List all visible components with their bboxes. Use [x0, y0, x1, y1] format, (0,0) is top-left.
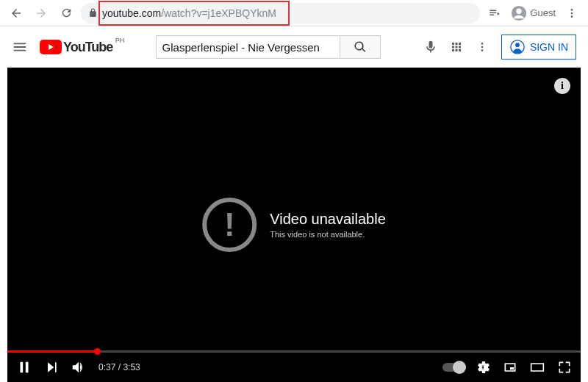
autoplay-toggle[interactable]	[442, 363, 465, 372]
sign-in-label: SIGN IN	[530, 41, 568, 53]
miniplayer-icon[interactable]	[503, 360, 517, 375]
warning-icon: !	[202, 198, 257, 252]
fullscreen-icon[interactable]	[557, 360, 572, 375]
search-icon	[354, 40, 367, 54]
info-icon[interactable]: i	[554, 78, 570, 94]
hamburger-menu-icon[interactable]	[12, 39, 28, 55]
svg-point-1	[517, 8, 522, 13]
svg-point-5	[481, 43, 484, 45]
url-text: youtube.com/watch?v=j1eXPBQYknM	[102, 7, 473, 19]
account-icon	[509, 39, 526, 55]
sign-in-button[interactable]: SIGN IN	[501, 35, 576, 60]
reload-button[interactable]	[56, 3, 76, 24]
apps-grid-icon[interactable]	[450, 40, 463, 54]
svg-point-9	[515, 43, 520, 47]
unavailable-title: Video unavailable	[270, 211, 386, 228]
forward-button[interactable]	[31, 3, 51, 24]
youtube-masthead: YouTube PH SIGN IN	[0, 26, 588, 68]
svg-point-6	[481, 46, 484, 48]
media-control-icon[interactable]	[484, 3, 505, 24]
settings-menu-icon[interactable]	[476, 41, 488, 53]
search-box	[156, 35, 381, 59]
pause-button[interactable]	[16, 359, 32, 375]
lock-icon	[88, 8, 98, 18]
player-controls: 0:37 / 3:53	[7, 353, 581, 382]
svg-point-7	[481, 49, 484, 51]
address-bar[interactable]: youtube.com/watch?v=j1eXPBQYknM	[81, 3, 480, 24]
next-button[interactable]	[44, 360, 59, 375]
svg-point-2	[571, 9, 573, 11]
unavailable-message: ! Video unavailable This video is not av…	[202, 198, 386, 252]
svg-point-3	[571, 12, 573, 14]
browser-toolbar: youtube.com/watch?v=j1eXPBQYknM Guest	[0, 0, 588, 26]
volume-button[interactable]	[71, 359, 87, 375]
voice-search-icon[interactable]	[423, 40, 438, 54]
country-code: PH	[115, 37, 125, 44]
youtube-play-icon	[40, 40, 62, 54]
youtube-wordmark: YouTube	[63, 40, 112, 55]
time-display: 0:37 / 3:53	[98, 362, 140, 372]
chrome-menu-icon[interactable]	[562, 3, 582, 24]
search-button[interactable]	[340, 35, 381, 59]
unavailable-subtitle: This video is not available.	[270, 230, 386, 239]
guest-label: Guest	[530, 7, 556, 18]
profile-guest[interactable]: Guest	[511, 5, 556, 21]
youtube-logo[interactable]: YouTube PH	[40, 40, 112, 55]
search-input[interactable]	[156, 35, 340, 59]
svg-point-4	[571, 15, 573, 18]
theater-mode-icon[interactable]	[529, 360, 545, 375]
video-player: i ! Video unavailable This video is not …	[7, 68, 581, 382]
back-button[interactable]	[6, 3, 26, 24]
settings-gear-icon[interactable]	[476, 360, 491, 375]
